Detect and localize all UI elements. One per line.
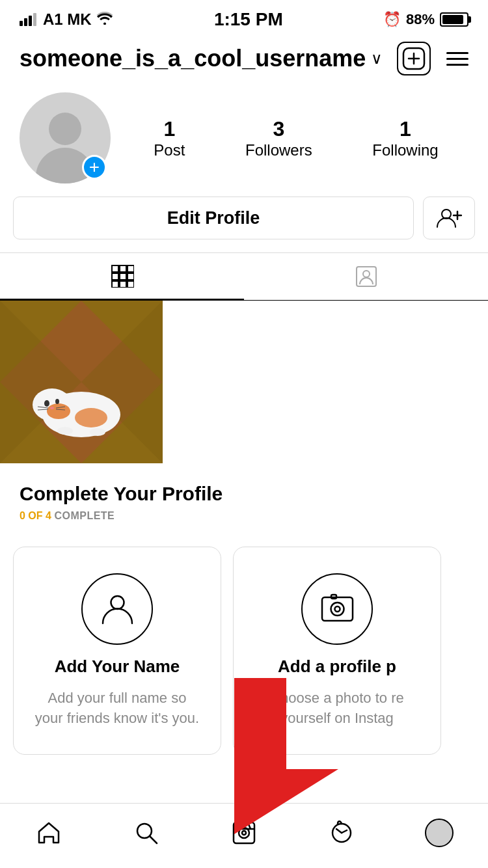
tab-grid[interactable] <box>0 253 244 300</box>
stat-following[interactable]: 1 Following <box>372 117 438 159</box>
stat-posts[interactable]: 1 Post <box>154 117 185 159</box>
hamburger-line-1 <box>446 52 468 54</box>
username-label: someone_is_a_cool_username <box>20 45 366 72</box>
following-count: 1 <box>372 117 438 141</box>
status-left: A1 MK <box>20 10 114 29</box>
nav-search[interactable] <box>127 813 166 852</box>
svg-rect-36 <box>322 597 353 621</box>
svg-rect-12 <box>112 281 118 288</box>
signal-bar-1 <box>20 21 23 26</box>
svg-point-25 <box>57 427 73 435</box>
posts-count: 1 <box>154 117 185 141</box>
stats-container: 1 Post 3 Followers 1 Following <box>124 117 468 159</box>
svg-point-26 <box>90 428 105 436</box>
svg-point-24 <box>75 408 107 427</box>
bottom-nav <box>0 803 488 868</box>
nav-profile[interactable] <box>420 813 459 852</box>
status-right: ⏰ 88% <box>383 11 468 28</box>
svg-line-41 <box>150 836 157 843</box>
signal-bars <box>20 13 36 26</box>
add-photo-card-desc: Choose a photo to re yourself on Instag <box>253 688 421 729</box>
complete-profile-title: Complete Your Profile <box>20 483 468 505</box>
nav-reels[interactable] <box>224 813 264 852</box>
svg-rect-13 <box>120 281 126 288</box>
avatar-head <box>49 113 81 145</box>
svg-point-37 <box>331 603 344 616</box>
header-icons <box>397 42 468 75</box>
complete-profile-subtitle: 0 OF 4 COMPLETE <box>20 510 468 522</box>
svg-point-28 <box>55 399 59 404</box>
complete-count-num: 0 OF 4 <box>20 510 54 521</box>
add-photo-card[interactable]: Add a profile p Choose a photo to re you… <box>233 547 441 755</box>
signal-bar-2 <box>24 18 27 26</box>
profile-cards-row: Add Your Name Add your full name so your… <box>0 535 488 755</box>
wifi-icon <box>96 10 114 29</box>
profile-section: + 1 Post 3 Followers 1 Following <box>0 86 488 197</box>
add-person-button[interactable] <box>423 197 475 239</box>
tab-tagged[interactable] <box>244 253 488 300</box>
svg-rect-10 <box>120 273 126 280</box>
followers-label: Followers <box>245 141 312 159</box>
action-row: Edit Profile <box>0 197 488 252</box>
alarm-icon: ⏰ <box>383 11 401 28</box>
svg-rect-9 <box>112 273 118 280</box>
app-header: someone_is_a_cool_username ∨ <box>0 35 488 86</box>
edit-profile-button[interactable]: Edit Profile <box>13 197 414 239</box>
stat-followers[interactable]: 3 Followers <box>245 117 312 159</box>
add-name-card[interactable]: Add Your Name Add your full name so your… <box>13 547 221 755</box>
svg-rect-7 <box>120 265 126 272</box>
svg-line-46 <box>237 822 240 829</box>
svg-point-27 <box>44 400 49 407</box>
carrier-label: A1 MK <box>43 10 92 29</box>
grid-photo-1[interactable] <box>0 301 163 463</box>
svg-rect-14 <box>128 281 134 288</box>
svg-line-47 <box>248 822 251 829</box>
add-post-button[interactable] <box>397 42 431 75</box>
photo-grid <box>0 301 488 463</box>
svg-rect-6 <box>112 265 118 272</box>
svg-rect-11 <box>128 273 134 280</box>
status-time: 1:15 PM <box>214 9 283 30</box>
complete-profile-section: Complete Your Profile 0 OF 4 COMPLETE <box>0 463 488 535</box>
add-story-button[interactable]: + <box>82 155 107 180</box>
add-name-card-title: Add Your Name <box>55 657 180 677</box>
svg-line-49 <box>342 830 347 833</box>
hamburger-line-3 <box>446 64 468 66</box>
svg-point-29 <box>50 407 54 409</box>
signal-bar-4 <box>33 13 36 26</box>
avatar-container: + <box>20 92 111 183</box>
svg-point-16 <box>363 271 370 277</box>
hamburger-menu-button[interactable] <box>446 52 468 66</box>
hamburger-line-2 <box>446 58 468 60</box>
signal-bar-3 <box>29 16 32 26</box>
nav-profile-avatar <box>425 819 454 847</box>
battery-icon <box>440 12 468 27</box>
photo-grid-wrapper <box>0 301 488 463</box>
tabs-row <box>0 252 488 301</box>
svg-line-48 <box>336 829 342 833</box>
svg-rect-42 <box>234 822 254 843</box>
add-photo-card-title: Add a profile p <box>278 657 396 677</box>
chevron-down-icon: ∨ <box>371 49 383 68</box>
svg-point-23 <box>47 403 70 419</box>
add-photo-icon-circle <box>301 573 373 645</box>
nav-activity[interactable] <box>322 813 361 852</box>
add-name-card-desc: Add your full name so your friends know … <box>33 688 201 729</box>
posts-label: Post <box>154 141 185 159</box>
add-name-icon-circle <box>81 573 153 645</box>
status-bar: A1 MK 1:15 PM ⏰ 88% <box>0 0 488 35</box>
svg-point-35 <box>111 596 124 609</box>
svg-rect-8 <box>128 265 134 272</box>
nav-home[interactable] <box>29 813 68 852</box>
svg-point-38 <box>334 606 340 612</box>
following-label: Following <box>372 141 438 159</box>
username-container[interactable]: someone_is_a_cool_username ∨ <box>20 45 383 72</box>
complete-label: COMPLETE <box>54 510 115 521</box>
svg-point-44 <box>242 831 246 835</box>
followers-count: 3 <box>245 117 312 141</box>
battery-percent: 88% <box>406 11 435 28</box>
svg-point-3 <box>442 210 451 219</box>
